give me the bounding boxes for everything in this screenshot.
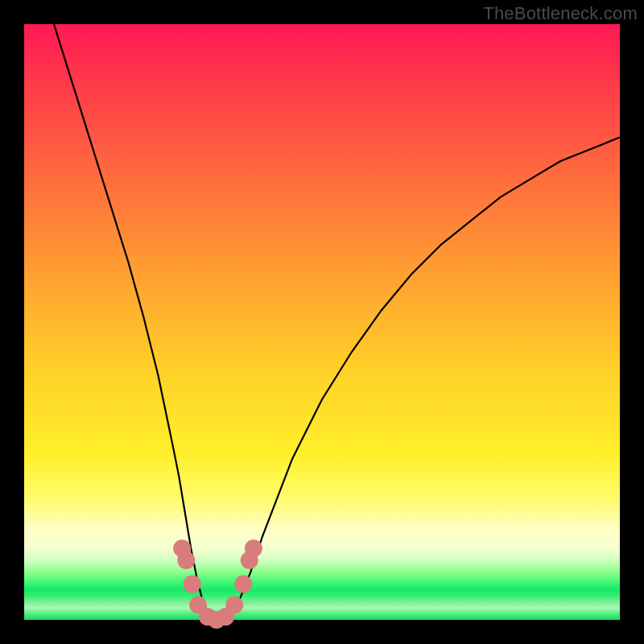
bottleneck-curve — [54, 24, 620, 620]
svg-point-10 — [245, 539, 262, 557]
watermark-text: TheBottleneck.com — [483, 3, 638, 24]
chart-svg — [24, 24, 620, 620]
valley-markers — [173, 539, 262, 629]
svg-point-7 — [225, 597, 243, 614]
svg-point-8 — [234, 576, 252, 593]
chart-frame: TheBottleneck.com — [0, 0, 644, 644]
svg-point-1 — [177, 551, 195, 569]
svg-point-2 — [184, 576, 201, 593]
